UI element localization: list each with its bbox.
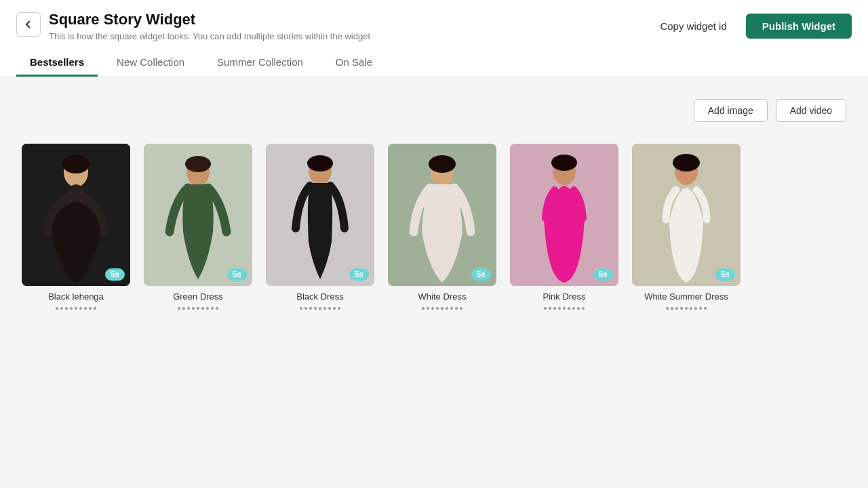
item-menu-dots-4[interactable] [422, 307, 462, 310]
duration-badge-3: 5s [349, 268, 369, 281]
item-label-2: Green Dress [173, 291, 223, 303]
tab-new-collection[interactable]: New Collection [103, 49, 198, 77]
svg-point-9 [307, 155, 333, 171]
page-header: Square Story Widget This is how the squa… [0, 0, 868, 77]
duration-badge-6: 5s [715, 268, 735, 281]
page-subtitle: This is how the square widget looks. You… [49, 31, 370, 41]
item-image-wrapper-3[interactable]: 5s [266, 144, 374, 286]
tab-bar: Bestsellers New Collection Summer Collec… [16, 49, 852, 77]
back-button[interactable] [16, 12, 41, 37]
svg-point-18 [673, 154, 700, 171]
add-image-button[interactable]: Add image [694, 99, 768, 122]
item-image-wrapper-4[interactable]: 5s [388, 144, 496, 286]
story-items-grid: 5s Black lehenga 5s [22, 138, 846, 315]
item-menu-dots-2[interactable] [178, 307, 218, 310]
duration-badge-1: 5s [105, 268, 125, 281]
item-image-wrapper-5[interactable]: 5s [510, 144, 618, 286]
item-menu-dots-3[interactable] [300, 307, 340, 310]
main-content: Add image Add video [0, 77, 868, 331]
duration-badge-4: 5s [471, 268, 491, 281]
list-item: 5s Black lehenga [22, 144, 130, 310]
svg-point-12 [429, 155, 456, 173]
item-label-4: White Dress [418, 291, 467, 303]
item-label-6: White Summer Dress [644, 291, 728, 303]
tab-on-sale[interactable]: On Sale [322, 49, 386, 77]
svg-point-6 [185, 156, 211, 172]
item-menu-dots-6[interactable] [666, 307, 707, 310]
item-label-1: Black lehenga [48, 291, 104, 303]
list-item: 5s Pink Dress [510, 144, 618, 310]
list-item: 5s Black Dress [266, 144, 374, 310]
item-label-5: Pink Dress [543, 291, 586, 303]
page-title: Square Story Widget [49, 11, 370, 28]
duration-badge-5: 5s [593, 268, 613, 281]
svg-point-15 [551, 155, 577, 171]
tab-bestsellers[interactable]: Bestsellers [16, 49, 98, 77]
tab-summer-collection[interactable]: Summer Collection [203, 49, 317, 77]
item-label-3: Black Dress [296, 291, 343, 303]
list-item: 5s White Summer Dress [632, 144, 741, 310]
item-image-wrapper-2[interactable]: 5s [144, 144, 252, 286]
item-menu-dots-1[interactable] [56, 307, 96, 310]
duration-badge-2: 5s [227, 268, 247, 281]
media-actions-row: Add image Add video [22, 99, 846, 122]
publish-widget-button[interactable]: Publish Widget [746, 14, 852, 39]
add-video-button[interactable]: Add video [776, 99, 846, 122]
svg-point-2 [62, 155, 90, 174]
list-item: 5s Green Dress [144, 144, 252, 310]
item-menu-dots-5[interactable] [544, 307, 585, 310]
item-image-wrapper-6[interactable]: 5s [632, 144, 741, 286]
list-item: 5s White Dress [388, 144, 496, 310]
copy-widget-id-button[interactable]: Copy widget id [652, 15, 734, 37]
item-image-wrapper-1[interactable]: 5s [22, 144, 130, 286]
